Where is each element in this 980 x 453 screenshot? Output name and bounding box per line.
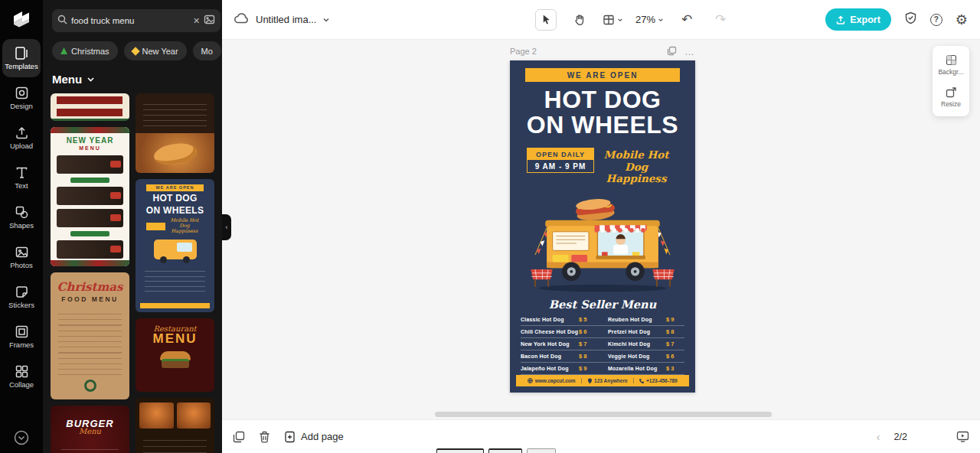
open-hours-box[interactable]: OPEN DAILY 9 AM - 9 PM bbox=[527, 148, 594, 173]
burger-graphic bbox=[160, 351, 191, 368]
chip-more[interactable]: Mo bbox=[193, 41, 221, 60]
sidebar-item-upload[interactable]: Upload bbox=[2, 119, 41, 157]
hand-tool-button[interactable] bbox=[569, 9, 590, 31]
page-header: Page 2 … bbox=[510, 44, 695, 58]
template-thumb-burger[interactable]: BURGER Menu bbox=[51, 406, 129, 453]
panel-collapse-handle[interactable]: ‹ bbox=[222, 214, 231, 240]
tagline-line2: Happiness bbox=[594, 173, 678, 185]
menu-item-price: $ 8 bbox=[579, 353, 597, 360]
chip-new-year[interactable]: New Year bbox=[124, 41, 187, 60]
best-seller-heading[interactable]: Best Seller Menu bbox=[510, 298, 695, 311]
shapes-icon bbox=[15, 205, 29, 220]
search-icon bbox=[57, 14, 67, 28]
template-thumb-steak[interactable] bbox=[136, 398, 214, 453]
rail-collapse-chevron-icon[interactable] bbox=[14, 430, 29, 448]
resize-tool[interactable]: Resize bbox=[933, 81, 969, 113]
mini-truck-graphic bbox=[154, 240, 197, 259]
chip-christmas[interactable]: Christmas bbox=[52, 41, 118, 60]
tagline-script: Mobile Hot DogHappiness bbox=[165, 218, 204, 234]
footer-separator bbox=[633, 378, 634, 383]
redo-button[interactable]: ↷ bbox=[710, 9, 731, 31]
clear-search-icon[interactable]: ✕ bbox=[193, 17, 200, 25]
duplicate-page-button[interactable] bbox=[233, 431, 245, 443]
duplicate-page-icon[interactable] bbox=[667, 46, 677, 57]
top-toolbar: Untitled ima... 27% ↶ ↷ bbox=[222, 0, 980, 40]
filmstrip-page[interactable] bbox=[436, 448, 484, 453]
poster-menu-list[interactable]: Classic Hot Dog $ 5 Reuben Hot Dog $ 9 C… bbox=[521, 314, 684, 375]
menu-item-price: $ 9 bbox=[666, 316, 684, 323]
chevron-down-icon[interactable] bbox=[322, 13, 330, 27]
poster-tagline[interactable]: Mobile Hot Dog Happiness bbox=[594, 148, 678, 185]
sidebar-item-templates[interactable]: Templates bbox=[2, 39, 41, 77]
horizontal-scrollbar[interactable] bbox=[435, 412, 772, 417]
page-filmstrip[interactable] bbox=[436, 448, 556, 453]
search-row: ✕ bbox=[43, 0, 222, 38]
menu-item-price: $ 8 bbox=[666, 328, 684, 335]
zoom-control[interactable]: 27% bbox=[635, 14, 664, 25]
document-title[interactable]: Untitled ima... bbox=[256, 14, 316, 25]
food-truck-illustration[interactable] bbox=[510, 188, 695, 297]
cloud-sync-icon[interactable] bbox=[234, 12, 250, 28]
select-tool-button[interactable] bbox=[535, 9, 557, 31]
delete-page-button[interactable] bbox=[259, 431, 270, 443]
food-photo bbox=[177, 402, 211, 429]
poster-page[interactable]: WE ARE OPEN HOT DOG ON WHEELS OPEN DAILY… bbox=[510, 60, 695, 393]
menu-item-price: $ 9 bbox=[579, 365, 597, 372]
page-more-icon[interactable]: … bbox=[684, 46, 695, 57]
poster-banner[interactable]: WE ARE OPEN bbox=[525, 68, 680, 82]
sidebar-item-collage[interactable]: Collage bbox=[2, 357, 41, 396]
upload-icon bbox=[15, 125, 29, 140]
undo-button[interactable]: ↶ bbox=[676, 9, 697, 31]
menu-row: Chili Cheese Hot Dog $ 6 Pretzel Hot Dog… bbox=[521, 326, 684, 338]
template-thumb-christmas-partial[interactable] bbox=[51, 93, 129, 121]
food-truck-graphic bbox=[524, 188, 681, 297]
croissant-photo bbox=[136, 133, 214, 173]
capcut-logo[interactable] bbox=[0, 0, 43, 38]
bottom-toolbar: Add page ‹ 2/2 bbox=[222, 419, 980, 453]
previous-page-button[interactable]: ‹ bbox=[877, 431, 880, 442]
thumb-info-row: Mobile Hot DogHappiness bbox=[146, 218, 204, 234]
safety-badge-icon[interactable] bbox=[904, 11, 917, 28]
filter-chips-row: Christmas New Year Mo bbox=[43, 38, 222, 68]
food-photos bbox=[136, 402, 214, 429]
export-button[interactable]: Export bbox=[825, 8, 891, 31]
sidebar-item-shapes[interactable]: Shapes bbox=[2, 198, 41, 236]
filmstrip-page[interactable] bbox=[527, 448, 556, 453]
thumb-title: NEW YEAR bbox=[51, 136, 129, 145]
sidebar-item-text[interactable]: Text bbox=[2, 158, 41, 197]
layout-tool[interactable] bbox=[603, 14, 623, 26]
help-icon[interactable]: ? bbox=[930, 14, 942, 26]
page-label: Page 2 bbox=[510, 47, 537, 56]
present-button[interactable] bbox=[956, 431, 969, 442]
menu-text-lines bbox=[58, 309, 122, 376]
export-icon bbox=[836, 15, 845, 24]
toolbar-left: Untitled ima... bbox=[234, 12, 441, 28]
sidebar-item-photos[interactable]: Photos bbox=[2, 238, 41, 276]
menu-text-lines bbox=[143, 435, 207, 453]
settings-gear-icon[interactable]: ⚙ bbox=[956, 13, 968, 27]
toolbar-right: Export ? ⚙ bbox=[825, 8, 968, 31]
template-thumb-restaurant[interactable]: Restaurant MENU bbox=[136, 318, 214, 392]
canvas-area[interactable]: Page 2 … WE ARE OPEN HOT DOG ON WHEELS O… bbox=[222, 40, 980, 419]
filmstrip-page[interactable] bbox=[488, 448, 522, 453]
template-thumb-christmas-food[interactable]: Christmas FOOD MENU bbox=[51, 272, 129, 399]
image-search-icon[interactable] bbox=[204, 14, 215, 28]
table-icon bbox=[603, 14, 615, 26]
add-page-button[interactable]: Add page bbox=[284, 431, 344, 443]
chevron-down-icon bbox=[87, 75, 95, 83]
template-thumb-hot-dog[interactable]: WE ARE OPEN HOT DOG ON WHEELS Mobile Hot… bbox=[136, 179, 214, 312]
poster-title[interactable]: HOT DOG ON WHEELS bbox=[510, 87, 695, 137]
sidebar-item-frames[interactable]: Frames bbox=[2, 318, 41, 356]
footer-address: 123 Anywhere bbox=[587, 378, 628, 384]
poster-footer-bar[interactable]: www.capcut.com 123 Anywhere +123-456-789 bbox=[516, 375, 689, 386]
template-thumb-croissant[interactable] bbox=[136, 93, 214, 173]
toolbar-center: 27% ↶ ↷ bbox=[441, 9, 825, 31]
sidebar-item-design[interactable]: Design bbox=[2, 79, 41, 117]
menu-section-header[interactable]: Menu bbox=[43, 68, 222, 93]
search-box[interactable]: ✕ bbox=[52, 9, 220, 32]
menu-row: Classic Hot Dog $ 5 Reuben Hot Dog $ 9 bbox=[521, 314, 684, 326]
search-input[interactable] bbox=[71, 16, 189, 25]
template-thumb-new-year[interactable]: NEW YEAR MENU bbox=[51, 127, 129, 266]
sidebar-item-stickers[interactable]: Stickers bbox=[2, 278, 41, 316]
background-tool[interactable]: Backgr... bbox=[933, 49, 969, 81]
